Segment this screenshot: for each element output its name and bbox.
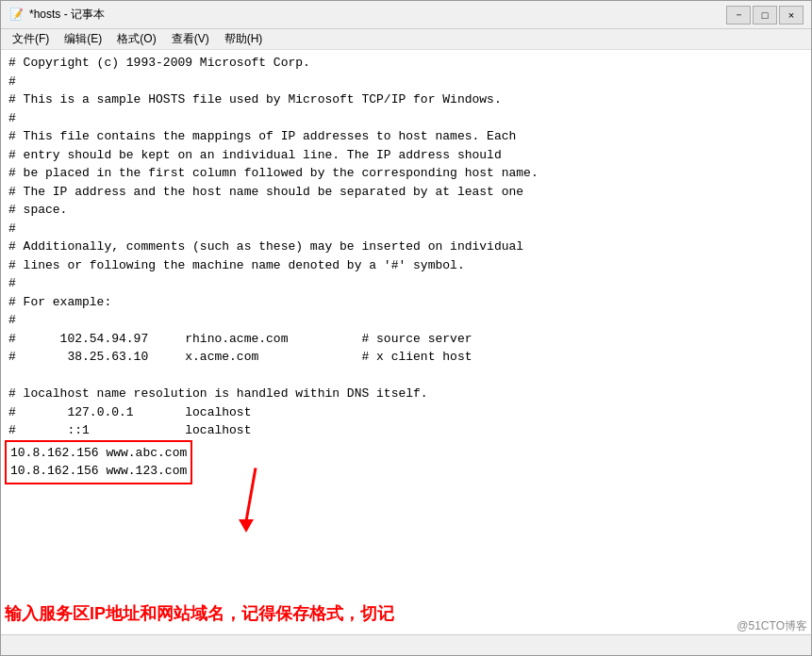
editor-content: # Copyright (c) 1993-2009 Microsoft Corp… [8, 54, 804, 631]
menu-file[interactable]: 文件(F) [5, 29, 57, 49]
notepad-icon: 📝 [8, 8, 24, 23]
annotation-text: 输入服务区IP地址和网站域名，记得保存格式，切记 [5, 602, 394, 625]
restore-button[interactable]: □ [753, 6, 777, 25]
menu-format[interactable]: 格式(O) [109, 29, 163, 49]
title-bar: 📝 *hosts - 记事本 － □ × [1, 1, 811, 29]
notepad-window: 📝 *hosts - 记事本 － □ × 文件(F) 编辑(E) 格式(O) 查… [0, 0, 812, 656]
status-bar [1, 634, 811, 655]
editor-area[interactable]: # Copyright (c) 1993-2009 Microsoft Corp… [1, 50, 811, 634]
watermark: @51CTO博客 [737, 618, 807, 634]
menu-view[interactable]: 查看(V) [164, 29, 217, 49]
close-button[interactable]: × [779, 6, 804, 25]
window-title: *hosts - 记事本 [29, 7, 105, 23]
minimize-button[interactable]: － [726, 6, 751, 25]
menu-edit[interactable]: 编辑(E) [57, 29, 109, 49]
title-bar-left: 📝 *hosts - 记事本 [8, 7, 105, 23]
menu-bar: 文件(F) 编辑(E) 格式(O) 查看(V) 帮助(H) [1, 29, 811, 50]
title-bar-buttons: － □ × [726, 6, 804, 25]
highlight-box: 10.8.162.156 www.abc.com 10.8.162.156 ww… [5, 440, 192, 484]
menu-help[interactable]: 帮助(H) [217, 29, 271, 49]
